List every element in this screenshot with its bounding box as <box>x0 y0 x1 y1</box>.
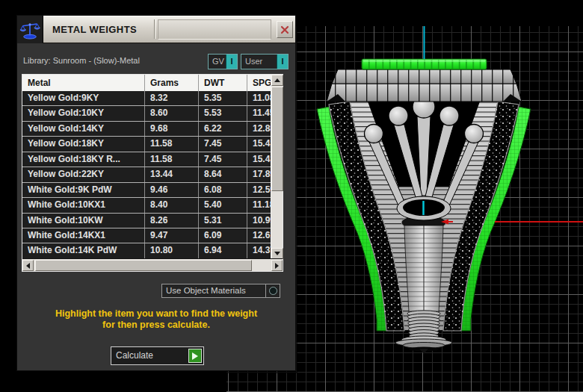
instruction-line-2: for then press calculate. <box>17 320 295 331</box>
cell-dwt: 6.09 <box>199 228 247 243</box>
user-toggle-label: User <box>241 55 277 69</box>
cell-grams: 9.68 <box>145 122 199 136</box>
table-row[interactable]: White Gold:14K PdW 10.80 6.94 14.37 <box>22 243 283 258</box>
titlebar-divider <box>154 19 155 39</box>
column-header-metal[interactable]: Metal <box>22 75 145 91</box>
instruction-line-1: Highlight the item you want to find the … <box>17 308 295 320</box>
gv-toggle[interactable]: GV I <box>208 54 238 69</box>
column-header-grams[interactable]: Grams <box>145 75 199 91</box>
dialog-titlebar[interactable]: METAL WEIGHTS <box>17 16 295 43</box>
cell-grams: 13.44 <box>145 167 199 181</box>
scroll-down-icon[interactable] <box>271 248 283 259</box>
dialog-title: METAL WEIGHTS <box>52 16 137 43</box>
cell-grams: 11.58 <box>145 137 199 151</box>
cell-grams: 8.32 <box>145 91 199 105</box>
table-row[interactable]: Yellow Gold:10KY 8.60 5.53 11.45 <box>22 106 283 121</box>
column-header-spg[interactable]: SPG <box>247 75 271 91</box>
metals-table: Metal Grams DWT SPG Yellow Gold:9KY 8.32… <box>22 74 283 272</box>
materials-selector-indicator[interactable] <box>265 284 280 297</box>
ring-bezel[interactable] <box>327 69 522 102</box>
table-row[interactable]: Yellow Gold:18KY 11.58 7.45 15.41 <box>22 137 283 152</box>
cell-metal: White Gold:14KX1 <box>22 228 145 243</box>
user-toggle-indicator: I <box>277 55 288 69</box>
cell-metal: White Gold:14K PdW <box>22 243 145 258</box>
vertical-scroll-thumb[interactable] <box>271 87 283 191</box>
materials-selector-value: Use Object Materials <box>162 284 265 297</box>
cell-dwt: 7.45 <box>199 152 247 167</box>
cell-dwt: 5.35 <box>199 91 247 105</box>
cell-grams: 10.80 <box>145 243 199 258</box>
cell-metal: Yellow Gold:18KY R... <box>22 152 145 167</box>
table-row[interactable]: White Gold:10KX1 8.40 5.40 11.18 <box>22 198 283 213</box>
gem-band-top[interactable] <box>362 59 487 69</box>
calculate-button[interactable]: Calculate <box>111 346 204 365</box>
column-header-dwt[interactable]: DWT <box>199 75 247 91</box>
cell-grams: 8.40 <box>145 198 199 212</box>
table-row[interactable]: Yellow Gold:18KY R... 11.58 7.45 15.41 <box>22 152 283 167</box>
calculate-go-icon[interactable] <box>188 349 202 363</box>
cell-metal: Yellow Gold:9KY <box>22 91 145 105</box>
titlebar-recess <box>158 19 271 40</box>
radio-circle-icon <box>269 287 277 295</box>
close-icon <box>280 25 289 34</box>
cell-dwt: 5.53 <box>199 106 247 120</box>
cell-metal: Yellow Gold:22KY <box>22 167 145 181</box>
cell-grams: 11.58 <box>145 152 199 167</box>
table-body: Yellow Gold:9KY 8.32 5.35 11.08 Yellow G… <box>22 91 283 259</box>
cell-dwt: 6.94 <box>199 243 247 258</box>
instruction-text: Highlight the item you want to find the … <box>17 308 295 331</box>
cell-dwt: 5.31 <box>199 214 247 228</box>
table-row[interactable]: White Gold:10KW 8.26 5.31 10.99 <box>22 214 283 228</box>
cell-grams: 9.47 <box>145 228 199 243</box>
library-label: Library: Sunroom - (Slow)-Metal <box>23 56 140 65</box>
cell-dwt: 6.08 <box>199 183 247 197</box>
cell-grams: 9.46 <box>145 183 199 197</box>
gv-toggle-indicator: I <box>226 55 237 69</box>
table-row[interactable]: Yellow Gold:9KY 8.32 5.35 11.08 <box>22 91 283 106</box>
table-row[interactable]: Yellow Gold:14KY 9.68 6.22 12.88 <box>22 122 283 137</box>
calculate-button-label: Calculate <box>116 347 153 364</box>
table-row[interactable]: White Gold:9K PdW 9.46 6.08 12.59 <box>22 183 283 198</box>
table-row[interactable]: White Gold:14KX1 9.47 6.09 12.61 <box>22 228 283 243</box>
table-row[interactable]: Yellow Gold:22KY 13.44 8.64 17.89 <box>22 167 283 182</box>
use-object-materials-selector[interactable]: Use Object Materials <box>161 284 280 298</box>
user-toggle[interactable]: User I <box>241 54 289 69</box>
cell-metal: White Gold:10KW <box>22 214 145 228</box>
cell-metal: Yellow Gold:14KY <box>22 122 145 136</box>
cell-dwt: 5.40 <box>199 198 247 212</box>
cell-grams: 8.26 <box>145 214 199 228</box>
cell-grams: 8.60 <box>145 106 199 120</box>
scroll-left-icon[interactable] <box>22 260 34 271</box>
metal-weights-dialog: METAL WEIGHTS Library: Sunroom - (Slow)-… <box>16 15 296 371</box>
vertical-scrollbar[interactable] <box>271 75 283 259</box>
close-button[interactable] <box>277 21 293 38</box>
cell-metal: Yellow Gold:18KY <box>22 137 145 151</box>
cell-metal: White Gold:9K PdW <box>22 183 145 197</box>
cell-dwt: 8.64 <box>199 167 247 181</box>
cell-metal: Yellow Gold:10KY <box>22 106 145 120</box>
horizontal-scroll-thumb[interactable] <box>35 260 252 271</box>
scroll-right-icon[interactable] <box>271 260 283 271</box>
scale-icon <box>17 16 43 43</box>
application-screen: METAL WEIGHTS Library: Sunroom - (Slow)-… <box>0 0 583 392</box>
cell-metal: White Gold:10KX1 <box>22 198 145 212</box>
scroll-up-icon[interactable] <box>271 75 283 86</box>
cell-dwt: 6.22 <box>199 122 247 136</box>
gv-toggle-label: GV <box>209 55 226 69</box>
cell-dwt: 7.45 <box>199 137 247 151</box>
horizontal-scrollbar[interactable] <box>22 258 283 271</box>
table-header: Metal Grams DWT SPG <box>22 75 271 91</box>
